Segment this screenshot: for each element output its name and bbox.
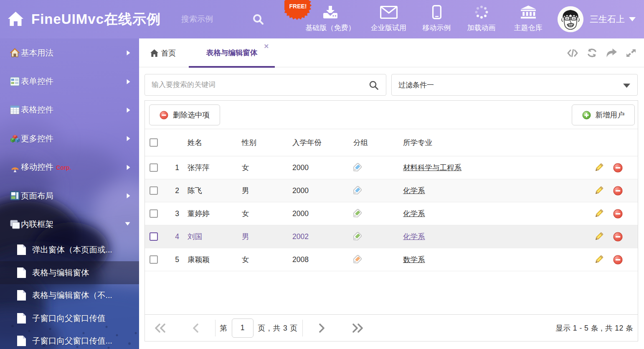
delete-row-icon[interactable] bbox=[613, 232, 623, 242]
tab-active[interactable]: 表格与编辑窗体 ✕ bbox=[189, 38, 275, 67]
sidebar-item[interactable]: 页面布局 bbox=[0, 181, 139, 210]
page-number-input[interactable] bbox=[232, 318, 254, 338]
sidebar-item[interactable]: 移动控件Corp. bbox=[0, 153, 139, 181]
edit-pencil-icon[interactable] bbox=[594, 232, 604, 242]
cell-actions bbox=[585, 232, 638, 242]
cell-major: 化学系 bbox=[400, 186, 585, 196]
tag-icon bbox=[353, 254, 400, 266]
header-nav-item[interactable]: 移动示例 bbox=[416, 0, 458, 38]
table-row: 2陈飞男2000化学系 bbox=[145, 179, 638, 202]
sidebar-item[interactable]: 表格控件 bbox=[0, 96, 139, 124]
record-count-info: 显示 1 - 5 条 , 共 12 条 bbox=[555, 315, 633, 341]
tag-icon bbox=[353, 162, 400, 174]
column-header-group[interactable]: 分组 bbox=[350, 138, 400, 148]
header-nav-item[interactable]: 企业版试用 bbox=[362, 0, 416, 38]
row-checkbox[interactable] bbox=[150, 186, 158, 195]
edit-pencil-icon[interactable] bbox=[594, 186, 604, 196]
cell-gender: 男 bbox=[238, 232, 289, 242]
bank-icon bbox=[520, 6, 536, 18]
user-menu[interactable]: 三生石上 bbox=[558, 0, 636, 38]
column-header-year[interactable]: 入学年份 bbox=[289, 138, 350, 148]
row-check-cell bbox=[145, 163, 163, 172]
header-nav-label: 移动示例 bbox=[423, 23, 451, 33]
cell-actions bbox=[585, 209, 638, 219]
sidebar-item[interactable]: 内联框架 bbox=[0, 210, 139, 238]
sidebar-item-label: 表格控件 bbox=[21, 104, 53, 115]
delete-row-icon[interactable] bbox=[613, 186, 623, 196]
row-checkbox[interactable] bbox=[150, 209, 158, 218]
page-prefix-label: 第 bbox=[220, 323, 227, 333]
row-check-cell bbox=[145, 209, 163, 218]
prev-page-icon[interactable] bbox=[192, 324, 199, 333]
major-link[interactable]: 数学系 bbox=[403, 255, 425, 264]
dropdown-caret-icon bbox=[623, 84, 630, 88]
share-icon[interactable] bbox=[606, 48, 617, 58]
grid-panel: 删除选中项 新增用户 姓名性别入学年份分组所学专业 1张萍萍女2000材料科学与… bbox=[145, 100, 638, 341]
major-link[interactable]: 材料科学与工程系 bbox=[403, 163, 461, 172]
column-header-gender[interactable]: 性别 bbox=[238, 138, 289, 148]
header-search-icon[interactable] bbox=[252, 13, 264, 25]
sidebar-item-label: 页面布局 bbox=[21, 190, 53, 201]
delete-selected-button[interactable]: 删除选中项 bbox=[149, 104, 220, 125]
row-number: 4 bbox=[163, 232, 183, 241]
expand-icon[interactable] bbox=[626, 48, 636, 58]
row-checkbox[interactable] bbox=[150, 232, 158, 241]
last-page-icon[interactable] bbox=[351, 324, 364, 333]
refresh-icon[interactable] bbox=[587, 48, 597, 58]
keyword-search-input[interactable] bbox=[145, 74, 386, 95]
row-check-cell bbox=[145, 232, 163, 241]
app-home-icon[interactable] bbox=[7, 11, 24, 27]
cell-name: 刘国 bbox=[183, 232, 238, 242]
column-header-name[interactable]: 姓名 bbox=[183, 138, 238, 148]
sidebar-subitem[interactable]: 子窗口向父窗口传值 bbox=[0, 307, 139, 329]
column-header-major[interactable]: 所学专业 bbox=[400, 138, 585, 148]
select-all-checkbox[interactable] bbox=[150, 138, 158, 147]
add-user-button[interactable]: 新增用户 bbox=[572, 104, 635, 125]
sidebar-item[interactable]: 基本用法 bbox=[0, 38, 139, 67]
sidebar-subitem[interactable]: 弹出窗体（本页面或... bbox=[0, 239, 139, 261]
header-nav-item[interactable]: 主题仓库 bbox=[505, 0, 551, 38]
delete-row-icon[interactable] bbox=[613, 209, 623, 219]
edit-pencil-icon[interactable] bbox=[594, 255, 604, 265]
username[interactable]: 三生石上 bbox=[590, 13, 625, 25]
table-row: 4刘国男2002化学系 bbox=[145, 225, 638, 248]
tab-home[interactable]: 首页 bbox=[150, 38, 176, 67]
header-nav-item[interactable]: 基础版（免费） bbox=[299, 0, 362, 38]
major-link[interactable]: 化学系 bbox=[403, 186, 425, 195]
major-link[interactable]: 化学系 bbox=[403, 232, 425, 241]
select-all-cell bbox=[145, 138, 163, 147]
delete-row-icon[interactable] bbox=[613, 255, 623, 265]
avatar[interactable] bbox=[558, 6, 583, 32]
chevron-right-icon bbox=[127, 107, 130, 113]
keyword-search-icon[interactable] bbox=[369, 80, 379, 90]
table-row: 5康颖颖女2008数学系 bbox=[145, 248, 638, 271]
filter-dropdown[interactable]: 过滤条件一 bbox=[391, 74, 638, 96]
next-page-icon[interactable] bbox=[319, 324, 325, 333]
cell-name: 张萍萍 bbox=[183, 163, 238, 173]
cell-year: 2000 bbox=[289, 163, 350, 172]
delete-row-icon[interactable] bbox=[613, 163, 623, 173]
sidebar-subitem[interactable]: 表格与编辑窗体 bbox=[0, 261, 139, 284]
source-code-icon[interactable] bbox=[567, 48, 578, 58]
sidebar-subitem[interactable]: 表格与编辑窗体（不... bbox=[0, 284, 139, 307]
tab-close-icon[interactable]: ✕ bbox=[264, 43, 269, 49]
chevron-right-icon bbox=[127, 165, 130, 170]
row-checkbox[interactable] bbox=[150, 163, 158, 172]
tab-active-label: 表格与编辑窗体 bbox=[189, 48, 275, 58]
row-checkbox[interactable] bbox=[150, 255, 158, 264]
first-page-icon[interactable] bbox=[154, 324, 167, 333]
cell-major: 化学系 bbox=[400, 232, 585, 242]
sidebar-item[interactable]: 表单控件 bbox=[0, 67, 139, 95]
user-caret-icon bbox=[629, 17, 636, 21]
sidebar-subitem[interactable]: 子窗口向父窗口传值... bbox=[0, 329, 139, 349]
sidebar-item[interactable]: 更多控件 bbox=[0, 124, 139, 153]
cell-year: 2008 bbox=[289, 255, 350, 264]
edit-pencil-icon[interactable] bbox=[594, 209, 604, 219]
tag-icon bbox=[353, 231, 400, 243]
header-nav-item[interactable]: 加载动画 bbox=[458, 0, 505, 38]
plus-circle-icon bbox=[582, 111, 591, 120]
major-link[interactable]: 化学系 bbox=[403, 209, 425, 218]
edit-pencil-icon[interactable] bbox=[594, 163, 604, 173]
spinner-icon bbox=[474, 6, 489, 18]
cell-actions bbox=[585, 186, 638, 196]
